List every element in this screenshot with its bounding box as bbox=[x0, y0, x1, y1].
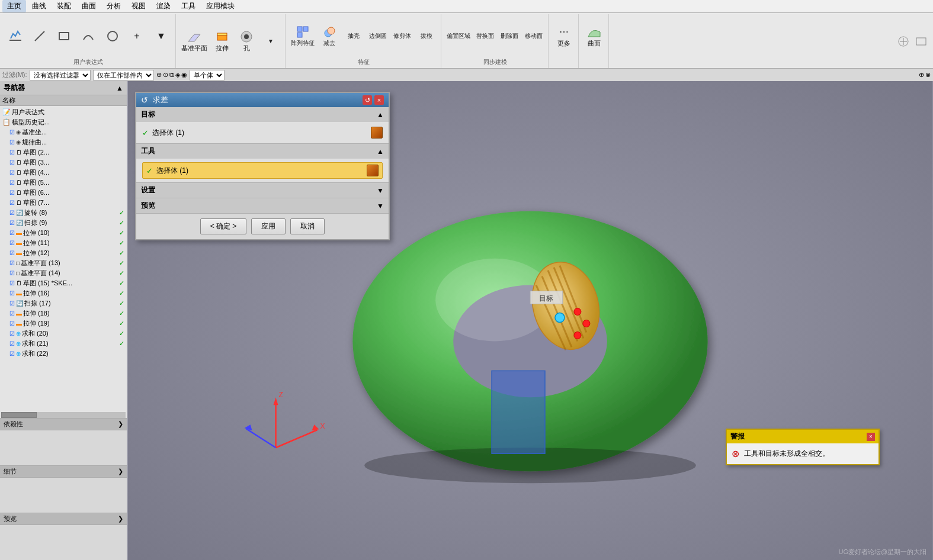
select-mode-select[interactable]: 单个体 bbox=[190, 70, 225, 81]
preview-panel: 预览 ❯ bbox=[0, 513, 127, 560]
menu-analysis[interactable]: 分析 bbox=[102, 0, 126, 12]
std-tool-2[interactable] bbox=[913, 34, 929, 49]
std-tool-1[interactable] bbox=[895, 34, 912, 49]
tree-datum-coord[interactable]: ☑ ⊕ 基准坐... bbox=[0, 127, 127, 137]
tree-sketch-3[interactable]: ☑ 🗒 草图 (3... bbox=[0, 157, 127, 168]
menu-surface[interactable]: 曲面 bbox=[77, 0, 101, 12]
ex10-check: ☑ bbox=[9, 230, 15, 236]
tree-extrude-16[interactable]: ☑ ▬ 拉伸 (16) ✓ bbox=[0, 288, 127, 298]
tree-scrollbar-thumb[interactable] bbox=[1, 412, 37, 418]
menu-home[interactable]: 主页 bbox=[2, 0, 26, 12]
tree-sketch-5[interactable]: ☑ 🗒 草图 (5... bbox=[0, 178, 127, 188]
un21-icon: ⊕ bbox=[16, 340, 21, 347]
dialog-close-btn[interactable]: × bbox=[374, 95, 384, 105]
view-icon-5[interactable]: ◉ bbox=[181, 71, 187, 79]
menu-view[interactable]: 视图 bbox=[127, 0, 150, 12]
draft-label: 拔模 bbox=[421, 32, 432, 40]
alert-box: 警报 × ⊗ 工具和目标未形成全相交。 bbox=[726, 429, 880, 465]
dialog-target-header[interactable]: 目标 ▲ bbox=[136, 107, 389, 122]
more-basic-btn[interactable]: ▼ bbox=[259, 15, 283, 67]
subtract-icon bbox=[322, 25, 336, 39]
preview-panel-header[interactable]: 预览 ❯ bbox=[0, 513, 127, 525]
datum-coord-name: 基准坐... bbox=[22, 128, 124, 137]
snap-icon[interactable]: ⊕ bbox=[919, 71, 924, 79]
tree-model-history[interactable]: 📋 模型历史记... bbox=[0, 117, 127, 127]
tree-user-expr[interactable]: 📝 用户表达式 bbox=[0, 107, 127, 117]
dependency-panel-header[interactable]: 依赖性 ❯ bbox=[0, 419, 127, 430]
trim-body-btn[interactable]: 修剪体 bbox=[390, 15, 414, 57]
tree-sketch-4[interactable]: ☑ 🗒 草图 (4... bbox=[0, 168, 127, 178]
filter-select[interactable]: 没有选择过滤器 bbox=[30, 70, 91, 81]
tree-datum-13[interactable]: ☑ □ 基准平面 (13) ✓ bbox=[0, 258, 127, 268]
datum-plane-btn[interactable]: 基准平面 bbox=[179, 15, 210, 67]
details-panel-header[interactable]: 细节 ❯ bbox=[0, 466, 127, 478]
subtract-btn[interactable]: 减去 bbox=[318, 15, 341, 57]
point-btn[interactable]: + bbox=[125, 15, 149, 57]
edge-blend-btn[interactable]: 边倒圆 bbox=[366, 15, 390, 57]
scope-select[interactable]: 仅在工作部件内 bbox=[93, 70, 154, 81]
direct-sketch-btn[interactable] bbox=[4, 15, 27, 57]
view-icon-3[interactable]: ⧉ bbox=[169, 71, 174, 79]
shell-btn[interactable]: 抽壳 bbox=[342, 15, 365, 57]
tree-scrollbar[interactable] bbox=[1, 412, 126, 418]
view-icon-2[interactable]: ⊙ bbox=[163, 71, 168, 79]
circle-btn[interactable] bbox=[101, 15, 124, 57]
tree-sketch-15[interactable]: ☑ 🗒 草图 (15) *SKE... ✓ bbox=[0, 278, 127, 288]
tree-extrude-12[interactable]: ☑ ▬ 拉伸 (12) ✓ bbox=[0, 248, 127, 258]
dialog-reset-icon[interactable]: ↺ bbox=[141, 95, 148, 105]
draft-btn[interactable]: 拔模 bbox=[415, 15, 438, 57]
sk7-name: 草图 (7... bbox=[23, 198, 124, 207]
menu-curve[interactable]: 曲线 bbox=[27, 0, 51, 12]
offset-region-btn[interactable]: 偏置区域 bbox=[444, 15, 473, 57]
menu-modules[interactable]: 应用模块 bbox=[201, 0, 239, 12]
move-face-btn[interactable]: 移动面 bbox=[522, 15, 546, 57]
tree-revolve-8[interactable]: ☑ 🔄 旋转 (8) ✓ bbox=[0, 208, 127, 218]
tree-extrude-19[interactable]: ☑ ▬ 拉伸 (19) ✓ bbox=[0, 318, 127, 329]
apply-button[interactable]: 应用 bbox=[251, 218, 286, 234]
dialog-settings-section: 设置 ▼ bbox=[136, 183, 389, 198]
dialog-settings-header[interactable]: 设置 ▼ bbox=[136, 183, 389, 198]
view-icon-4[interactable]: ◈ bbox=[175, 71, 180, 79]
tree-union-21[interactable]: ☑ ⊕ 求和 (21) ✓ bbox=[0, 339, 127, 349]
dependency-collapse-icon: ❯ bbox=[118, 420, 123, 428]
tree-extrude-10[interactable]: ☑ ▬ 拉伸 (10) ✓ bbox=[0, 228, 127, 238]
tree-extrude-11[interactable]: ☑ ▬ 拉伸 (11) ✓ bbox=[0, 238, 127, 248]
dialog-preview-header[interactable]: 预览 ▼ bbox=[136, 198, 389, 213]
ok-button[interactable]: < 确定 > bbox=[200, 218, 247, 234]
svg-point-32 bbox=[583, 320, 590, 327]
nav-sort-icon[interactable]: ▲ bbox=[116, 84, 123, 92]
tree-sweep-17[interactable]: ☑ 🔄 扫掠 (17) ✓ bbox=[0, 298, 127, 308]
cancel-button[interactable]: 取消 bbox=[290, 218, 325, 234]
delete-face-btn[interactable]: 删除面 bbox=[498, 15, 521, 57]
dialog-refresh-btn[interactable]: ↺ bbox=[363, 95, 372, 105]
view-icon-1[interactable]: ⊕ bbox=[156, 71, 162, 79]
surface-btn[interactable]: 曲面 bbox=[582, 15, 606, 57]
dialog-tool-header[interactable]: 工具 ▲ bbox=[136, 144, 389, 159]
arc-btn[interactable] bbox=[76, 15, 100, 57]
tree-union-20[interactable]: ☑ ⊕ 求和 (20) ✓ bbox=[0, 329, 127, 339]
tree-rule-curve[interactable]: ☑ ⊕ 规律曲... bbox=[0, 137, 127, 147]
menu-render[interactable]: 渲染 bbox=[152, 0, 175, 12]
menu-tools[interactable]: 工具 bbox=[177, 0, 200, 12]
tree-extrude-18[interactable]: ☑ ▬ 拉伸 (18) ✓ bbox=[0, 308, 127, 318]
extrude-btn[interactable]: 拉伸 bbox=[210, 15, 234, 67]
surface-icon bbox=[587, 25, 601, 39]
hole-btn[interactable]: 孔 bbox=[235, 15, 258, 67]
dialog-title-left: ↺ 求差 bbox=[141, 95, 168, 105]
dialog-tool-row[interactable]: ✓ 选择体 (1) bbox=[142, 162, 383, 179]
constraint-icon[interactable]: ⊗ bbox=[925, 71, 931, 79]
line-btn[interactable] bbox=[28, 15, 52, 57]
rect-btn[interactable] bbox=[52, 15, 76, 57]
menu-assembly[interactable]: 装配 bbox=[52, 0, 76, 12]
more-btn[interactable]: ⋯ 更多 bbox=[552, 15, 576, 57]
tree-sketch-7[interactable]: ☑ 🗒 草图 (7... bbox=[0, 198, 127, 208]
pattern-btn[interactable]: 阵列特征 bbox=[288, 15, 317, 57]
tree-datum-14[interactable]: ☑ □ 基准平面 (14) ✓ bbox=[0, 268, 127, 278]
replace-face-btn[interactable]: 替换面 bbox=[473, 15, 497, 57]
more-sketch-btn[interactable]: ▼ bbox=[149, 15, 173, 57]
alert-close-btn[interactable]: × bbox=[867, 433, 875, 441]
tree-union-22[interactable]: ☑ ⊕ 求和 (22) bbox=[0, 349, 127, 359]
tree-sweep-9[interactable]: ☑ 🔄 扫掠 (9) ✓ bbox=[0, 218, 127, 228]
tree-sketch-2[interactable]: ☑ 🗒 草图 (2... bbox=[0, 147, 127, 157]
tree-sketch-6[interactable]: ☑ 🗒 草图 (6... bbox=[0, 188, 127, 198]
